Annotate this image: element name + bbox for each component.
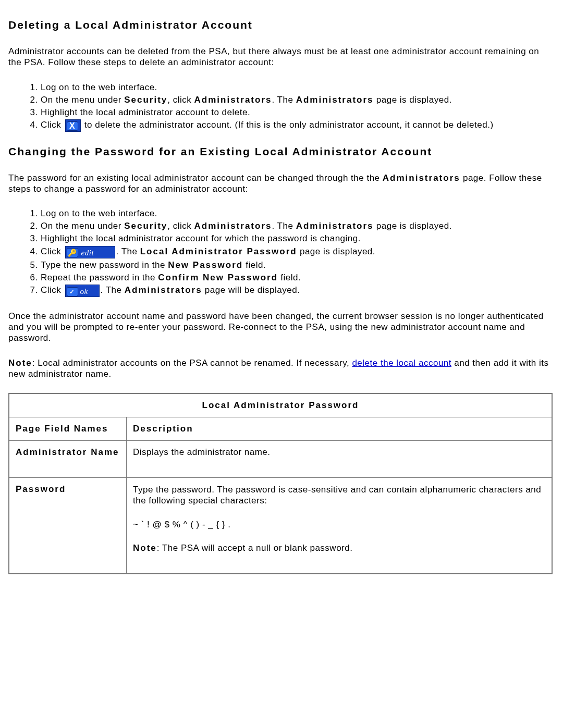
desc-password: Type the password. The password is case-… [127,478,553,574]
desc-admin-name: Displays the administrator name. [127,441,553,478]
heading-delete-admin: Deleting a Local Administrator Account [8,19,553,31]
text: . The [272,221,296,231]
list-item: Repeat the password in the Confirm New P… [41,272,553,283]
menu-administrators: Administrators [194,221,272,231]
link-delete-local-account[interactable]: delete the local account [352,358,451,368]
list-item: On the menu under Security, click Admini… [41,220,553,232]
list-item: Log on to the web interface. [41,208,553,219]
edit-key-icon: 🔑 [67,248,78,257]
list-item: Type the new password in the New Passwor… [41,260,553,271]
text: page is displayed. [374,95,452,105]
intro-change-password: The password for an existing local admin… [8,172,553,195]
text: . The [101,285,125,295]
heading-change-password: Changing the Password for an Existing Lo… [8,145,553,158]
text: Click [41,120,64,130]
table-title: Local Administrator Password [9,393,552,417]
text: Type the new password in the [41,260,168,270]
text: On the menu under [41,95,124,105]
text: , click [167,95,194,105]
table-local-admin-password: Local Administrator Password Page Field … [8,393,553,574]
menu-security: Security [124,221,167,231]
text: . The [116,246,140,256]
text: page is displayed. [297,246,375,256]
ok-button[interactable]: ✓ok [65,285,100,297]
text: The password for an existing local admin… [8,173,383,183]
col-description: Description [127,417,553,441]
text: On the menu under [41,221,124,231]
col-field-names: Page Field Names [9,417,127,441]
ok-button-label: ok [78,287,88,295]
text: : The PSA will accept a null or blank pa… [157,543,353,553]
text: field. [243,260,266,270]
text: to delete the administrator account. (If… [82,120,494,130]
menu-administrators: Administrators [194,95,272,105]
table-title-row: Local Administrator Password [9,393,552,417]
ok-check-icon: ✓ [67,287,78,297]
text: Type the password. The password is case-… [133,484,545,507]
page-administrators: Administrators [125,285,202,295]
edit-button[interactable]: 🔑edit [65,246,115,258]
edit-button-label: edit [78,249,94,257]
steps-delete-admin: Log on to the web interface. On the menu… [8,82,553,132]
special-chars: ~ ` ! @ $ % ^ ( ) - _ { } . [133,519,545,530]
list-item: Log on to the web interface. [41,82,553,93]
field-admin-name: Administrator Name [9,441,127,478]
text: , click [167,221,194,231]
text: Repeat the password in the [41,273,158,282]
text: . The [272,95,296,105]
note-label: Note [133,543,157,553]
text: Click [41,246,64,256]
para-note: Note: Local administrator accounts on th… [8,357,553,380]
delete-button[interactable]: X [65,119,81,132]
text: page will be displayed. [202,285,300,295]
text: page is displayed. [374,221,452,231]
para-reauth: Once the administrator account name and … [8,311,553,344]
list-item: Highlight the local administrator accoun… [41,233,553,244]
page-local-admin-password: Local Administrator Password [140,246,297,256]
text: Click [41,285,64,295]
list-item: Click X to delete the administrator acco… [41,119,553,132]
table-header-row: Page Field Names Description [9,417,552,441]
field-password: Password [9,478,127,574]
text: field. [278,273,301,282]
text: : Local administrator accounts on the PS… [32,358,352,368]
page-administrators: Administrators [296,221,374,231]
table-row: Administrator Name Displays the administ… [9,441,552,478]
text: Note: The PSA will accept a null or blan… [133,542,545,553]
field-new-password: New Password [168,260,243,270]
intro-delete-admin: Administrator accounts can be deleted fr… [8,46,553,68]
page-administrators: Administrators [383,173,460,183]
steps-change-password: Log on to the web interface. On the menu… [8,208,553,297]
list-item: Click 🔑edit. The Local Administrator Pas… [41,246,553,258]
table-row: Password Type the password. The password… [9,478,552,574]
menu-security: Security [124,95,167,105]
field-confirm-new-password: Confirm New Password [158,273,278,282]
delete-x-icon: X [67,121,78,131]
note-label: Note [8,358,32,368]
page-administrators: Administrators [296,95,374,105]
list-item: On the menu under Security, click Admini… [41,94,553,106]
list-item: Click ✓ok. The Administrators page will … [41,285,553,297]
list-item: Highlight the local administrator accoun… [41,107,553,118]
